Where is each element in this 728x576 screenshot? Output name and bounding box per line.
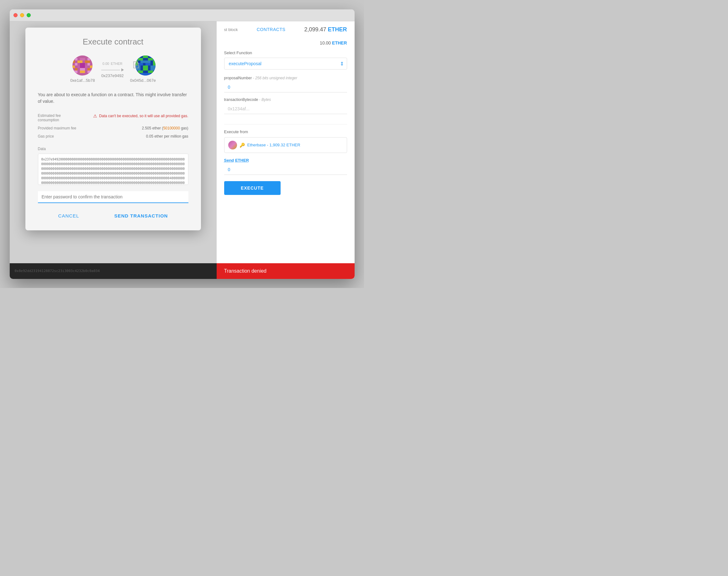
traffic-lights [13,13,31,17]
send-ether-unit: ETHER [235,158,249,163]
svg-rect-9 [87,63,90,65]
tx-denied-text: Transaction denied [224,268,267,273]
from-address-col: 0xe1af...5b78 [70,55,95,83]
svg-rect-17 [73,70,78,73]
function-select[interactable]: executeProposal [224,58,347,69]
cancel-button[interactable]: CANCEL [53,210,84,221]
warning-icon: ⚠ [93,113,97,118]
key-icon: 🔑 [240,143,245,148]
gas-amount: 50100000 [163,126,180,131]
send-transaction-button[interactable]: SEND TRANSACTION [109,210,173,221]
svg-rect-31 [153,60,156,65]
svg-rect-33 [145,63,150,65]
from-avatar [73,55,92,76]
tx-description: You are about to execute a function on a… [38,91,189,105]
svg-rect-37 [138,70,143,73]
last-block-label: st block [224,27,238,32]
svg-rect-38 [148,70,153,73]
divider [224,124,347,124]
svg-rect-4 [73,60,75,63]
max-fee-value: 2.505 ether (50100000 gas) [142,126,188,131]
gas-price-label: Gas price [38,134,82,139]
sub-balance: 10.00 ETHER [224,40,347,46]
title-bar [10,9,355,21]
fee-consumption-label: Estimated fee consumption [38,113,82,122]
svg-rect-8 [80,63,85,68]
data-box: 0x237e9492000000000000000000000000000000… [38,153,189,185]
password-input[interactable] [38,191,189,202]
svg-rect-30 [140,60,150,63]
svg-rect-13 [90,65,92,68]
bytecode-input[interactable] [224,104,347,114]
gas-price-value: 0.05 ether per million gas [146,134,189,139]
svg-rect-6 [85,60,90,63]
data-section: Data 0x237e94920000000000000000000000000… [38,147,189,185]
main-content: 0x8e92dd23194128872sc23i3003c4232b0c0a03… [10,21,355,279]
password-section [38,191,189,203]
arrow-line [101,70,120,70]
svg-rect-27 [138,58,143,60]
tx-amount: 0.00 ETHER [103,60,122,66]
account-name: Etherbase - 1,909.32 ETHER [247,143,343,147]
arrow-address: 0x237e9492 [101,73,124,78]
select-function-label: Select Function [224,51,347,55]
app-window: 0x8e92dd23194128872sc23i3003c4232b0c0a03… [10,9,355,279]
svg-rect-35 [143,65,148,70]
tx-visual: 0xe1af...5b78 0.00 ETHER [38,55,189,83]
svg-rect-25 [143,55,148,58]
proposal-number-input[interactable] [224,82,347,92]
minimize-button[interactable] [20,13,24,17]
svg-rect-19 [87,70,92,73]
svg-rect-1 [75,58,78,60]
execute-button[interactable]: EXECUTE [224,181,281,195]
account-avatar [228,141,237,149]
modal-title: Execute contract [38,37,189,47]
account-selector[interactable]: 🔑 Etherbase - 1,909.32 ETHER [224,137,347,153]
svg-rect-12 [85,65,87,68]
svg-rect-5 [78,60,82,63]
from-address: 0xe1af...5b78 [70,78,95,83]
proposal-number-label: proposalNumber - 256 bits unsigned integ… [224,76,347,80]
data-label: Data [38,147,189,151]
svg-rect-10 [73,65,75,68]
arrow-head [121,68,124,71]
fee-error-text: Data can't be executed, so it will use a… [99,114,188,118]
balance-amount: 2,099.47 ETHER [304,26,347,33]
to-address-col: 0x045d...067e [130,55,156,83]
doc-icon [133,61,139,69]
tx-middle: 0.00 ETHER 0x237e9492 [101,60,124,78]
fee-table: Estimated fee consumption ⚠ Data can't b… [38,112,189,140]
svg-rect-16 [87,68,90,70]
send-ether-input[interactable] [224,165,347,175]
max-fee-label: Provided maximum fee [38,126,82,131]
svg-rect-2 [80,58,85,60]
svg-rect-15 [80,68,85,70]
max-fee-row: Provided maximum fee 2.505 ether (501000… [38,124,189,132]
select-wrapper: executeProposal ⇕ [224,58,347,69]
close-button[interactable] [13,13,18,17]
tx-denied-banner[interactable]: Transaction denied [217,263,355,279]
svg-rect-39 [140,73,150,76]
balance-display: 2,099.47 ETHER [304,26,347,33]
execute-from-label: Execute from [224,129,347,134]
password-input-wrapper [38,191,189,203]
fee-error: ⚠ Data can't be executed, so it will use… [93,113,188,118]
tx-arrow [101,68,124,71]
right-header: st block CONTRACTS 2,099.47 ETHER [224,26,347,37]
send-ether-label: Send ETHER [224,158,347,163]
svg-rect-28 [148,58,153,60]
modal-buttons: CANCEL SEND TRANSACTION [38,210,189,221]
gas-price-row: Gas price 0.05 ether per million gas [38,132,189,140]
svg-rect-11 [78,65,80,68]
svg-rect-14 [75,68,78,70]
maximize-button[interactable] [27,13,31,17]
left-panel: 0x8e92dd23194128872sc23i3003c4232b0c0a03… [10,21,217,279]
svg-rect-3 [87,58,90,60]
to-address: 0x045d...067e [130,78,156,83]
contracts-tab[interactable]: CONTRACTS [257,27,286,32]
balance-unit: ETHER [328,26,347,33]
svg-rect-7 [75,63,78,65]
modal-dialog: Execute contract [25,28,201,230]
fee-consumption-row: Estimated fee consumption ⚠ Data can't b… [38,112,189,124]
sub-balance-unit: ETHER [332,40,347,46]
